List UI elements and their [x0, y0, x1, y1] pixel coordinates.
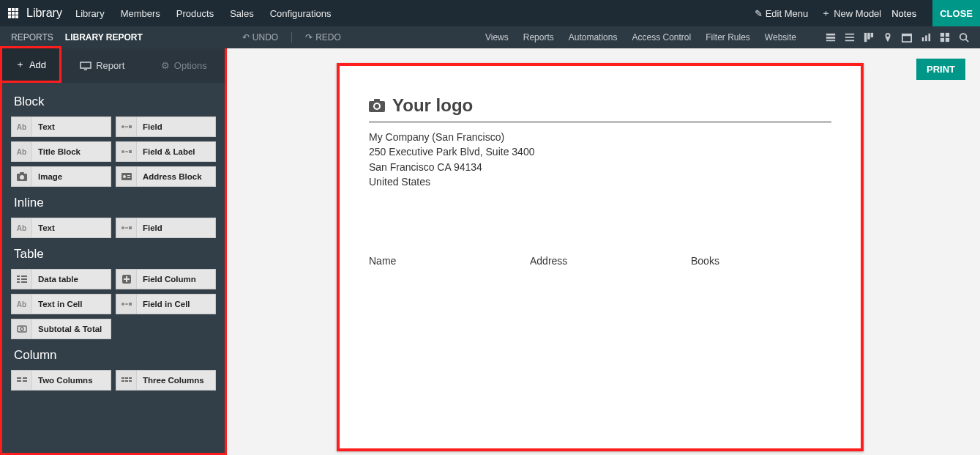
svg-line-19 [966, 40, 969, 42]
block-field-label[interactable]: Field & Label [116, 141, 216, 162]
svg-rect-55 [23, 380, 27, 382]
svg-rect-49 [129, 303, 132, 306]
nav-members[interactable]: Members [121, 8, 160, 19]
list-view-icon[interactable] [845, 32, 855, 42]
col-name: Name [369, 255, 530, 267]
breadcrumb-library-report[interactable]: LIBRARY REPORT [65, 32, 143, 42]
inline-text-label: Text [32, 223, 61, 232]
print-button[interactable]: PRINT [916, 59, 965, 80]
block-field[interactable]: Field [116, 116, 216, 137]
close-button[interactable]: CLOSE [932, 0, 980, 26]
company-block: My Company (San Francisco) 250 Executive… [369, 130, 831, 189]
svg-rect-61 [129, 380, 132, 382]
column-two[interactable]: Two Columns [11, 370, 111, 391]
svg-rect-6 [864, 33, 867, 42]
svg-rect-10 [902, 34, 911, 37]
table-subtotal[interactable]: Subtotal & Total [11, 319, 111, 339]
table-field-column[interactable]: Field Column [116, 269, 216, 289]
link-website[interactable]: Website [765, 32, 796, 42]
svg-rect-27 [129, 150, 132, 153]
search-view-icon[interactable] [959, 32, 969, 42]
redo-button[interactable]: ↷REDO [305, 32, 341, 42]
svg-rect-11 [922, 37, 924, 41]
top-nav: Library Library Members Products Sales C… [0, 0, 980, 26]
inline-field-label: Field [137, 223, 168, 232]
link-views[interactable]: Views [485, 32, 509, 42]
kanban-view-icon[interactable] [864, 32, 874, 42]
pencil-icon: ✎ [755, 8, 763, 19]
block-text-label: Text [32, 122, 61, 131]
column-three[interactable]: Three Columns [116, 370, 216, 391]
svg-rect-5 [845, 40, 854, 42]
link-automations[interactable]: Automations [569, 32, 618, 42]
svg-rect-56 [121, 377, 124, 379]
svg-rect-59 [121, 380, 124, 382]
plus-icon: ＋ [15, 58, 25, 71]
svg-rect-24 [129, 125, 132, 128]
notes-button[interactable]: Notes [881, 0, 927, 26]
tab-options-label: Options [174, 60, 207, 71]
calendar-view-icon[interactable] [902, 32, 912, 42]
section-block: Block [7, 90, 220, 116]
svg-rect-4 [845, 37, 854, 38]
block-address-block[interactable]: Address Block [116, 166, 216, 187]
inline-text[interactable]: Ab Text [11, 218, 111, 238]
company-name: My Company (San Francisco) [369, 130, 831, 144]
block-text[interactable]: Ab Text [11, 116, 111, 137]
table-text-in-cell[interactable]: Ab Text in Cell [11, 294, 111, 314]
table-data-table[interactable]: Data table [11, 269, 111, 289]
link-reports[interactable]: Reports [523, 32, 554, 42]
tab-report[interactable]: Report [61, 48, 143, 83]
apps-icon[interactable] [7, 7, 19, 19]
tab-add[interactable]: ＋ Add [0, 46, 61, 83]
redo-label: REDO [315, 32, 341, 42]
edit-menu-link[interactable]: ✎ Edit Menu [755, 8, 809, 19]
ab-icon: Ab [12, 117, 32, 136]
nav-library[interactable]: Library [75, 8, 105, 19]
undo-button[interactable]: ↶UNDO [242, 32, 278, 42]
graph-view-icon[interactable] [921, 32, 931, 42]
form-view-icon[interactable] [826, 32, 836, 42]
svg-rect-17 [946, 38, 949, 42]
svg-rect-20 [81, 62, 91, 68]
svg-rect-16 [940, 38, 944, 42]
svg-rect-65 [374, 99, 380, 102]
block-image[interactable]: Image [11, 166, 111, 187]
block-address-label: Address Block [137, 172, 208, 181]
company-address1: 250 Executive Park Blvd, Suite 3400 [369, 144, 831, 159]
svg-rect-12 [925, 35, 927, 41]
svg-rect-53 [23, 377, 27, 379]
svg-rect-57 [125, 377, 128, 379]
svg-point-47 [121, 303, 124, 306]
inline-field[interactable]: Field [116, 218, 216, 238]
map-view-icon[interactable] [883, 32, 893, 42]
svg-rect-46 [124, 278, 130, 280]
breadcrumb-reports[interactable]: REPORTS [11, 32, 53, 42]
svg-rect-2 [826, 40, 835, 42]
pivot-view-icon[interactable] [940, 32, 950, 42]
svg-rect-54 [17, 380, 21, 382]
ab-icon: Ab [12, 295, 32, 314]
link-filter-rules[interactable]: Filter Rules [706, 32, 750, 42]
app-brand[interactable]: Library [26, 7, 62, 20]
nav-configurations[interactable]: Configurations [270, 8, 332, 19]
logo-text: Your logo [392, 95, 473, 116]
link-access-control[interactable]: Access Control [632, 32, 691, 42]
report-page[interactable]: Your logo My Company (San Francisco) 250… [337, 63, 864, 451]
svg-rect-39 [21, 275, 27, 277]
nav-products[interactable]: Products [176, 8, 214, 19]
section-table: Table [7, 243, 220, 269]
screen-icon [80, 62, 91, 70]
table-field-in-cell[interactable]: Field in Cell [116, 294, 216, 314]
block-title-block[interactable]: Ab Title Block [11, 141, 111, 162]
svg-rect-34 [127, 177, 130, 178]
svg-rect-50 [18, 326, 26, 332]
main-area: ＋ Add Report ⚙ Options Block Ab Text [0, 48, 980, 455]
company-address2: San Francisco CA 94134 [369, 160, 831, 174]
tab-options[interactable]: ⚙ Options [143, 48, 225, 83]
svg-rect-0 [826, 34, 835, 36]
svg-rect-15 [946, 33, 949, 37]
new-model-link[interactable]: ＋ New Model [821, 7, 881, 20]
nav-sales[interactable]: Sales [230, 8, 254, 19]
new-model-label: New Model [834, 8, 881, 19]
